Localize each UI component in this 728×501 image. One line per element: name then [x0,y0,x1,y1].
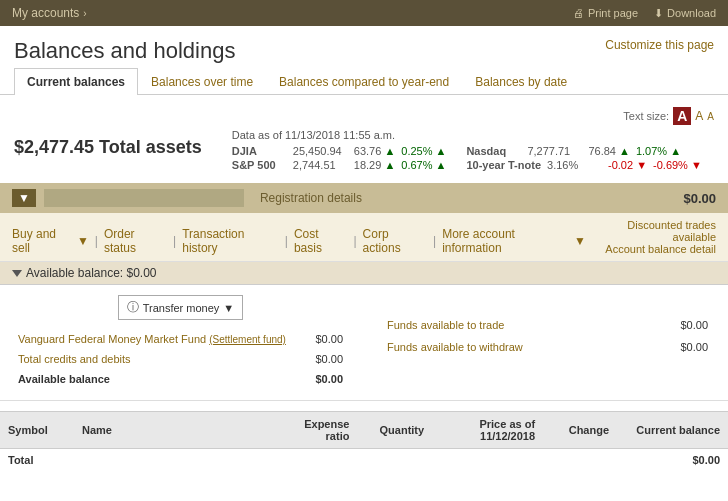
balance-right: Funds available to trade $0.00 Funds ava… [379,295,716,390]
action-bar-right: Discounted trades available Account bala… [586,219,716,255]
total-assets: $2,477.45 Total assets [14,129,202,158]
settlement-link[interactable]: (Settlement fund) [209,334,286,345]
table-row: Funds available to withdraw $0.00 [381,337,714,357]
top-nav-actions: 🖨 Print page ⬇ Download [573,7,716,20]
balance-content: ⓘ Transfer money ▼ Vanguard Federal Mone… [0,285,728,401]
breadcrumb-chevron: › [83,8,86,19]
transfer-dropdown-icon: ▼ [223,302,234,314]
assets-section: $2,477.45 Total assets Data as of 11/13/… [0,129,728,183]
top-nav: My accounts › 🖨 Print page ⬇ Download [0,0,728,26]
sp500-item: S&P 500 2,744.51 18.29 ▲ 0.67% ▲ [232,159,447,171]
tab-current-balances[interactable]: Current balances [14,68,138,95]
transfer-icon: ⓘ [127,299,139,316]
print-icon: 🖨 [573,7,584,19]
order-status-link[interactable]: Order status [104,227,167,255]
djia-change: 63.76 ▲ [354,145,395,157]
tabs-bar: Current balances Balances over time Bala… [0,68,728,95]
account-balance-detail-link[interactable]: Account balance detail [586,243,716,255]
nasdaq-label: Nasdaq [466,145,521,157]
text-size-medium[interactable]: A [695,109,703,123]
page-header: Balances and holdings Customize this pag… [0,26,728,68]
col-change-header: Change [543,412,617,449]
available-balance-label: Available balance [14,370,307,388]
page-title: Balances and holdings [14,38,235,64]
avail-balance-header[interactable]: Available balance: $0.00 [0,262,728,285]
market-data: Data as of 11/13/2018 11:55 a.m. DJIA 25… [232,129,702,173]
action-bar: Buy and sell ▼ | Order status | Transact… [0,213,728,262]
transfer-money-button[interactable]: ⓘ Transfer money ▼ [118,295,244,320]
account-name-bar [44,189,244,207]
market-data-date: Data as of 11/13/2018 11:55 a.m. [232,129,702,141]
holdings-total-value: $0.00 [617,449,728,472]
breadcrumb[interactable]: My accounts › [12,6,87,20]
nasdaq-pct: 1.07% ▲ [636,145,681,157]
tnote-item: 10-year T-note 3.16% -0.02 ▼ -0.69% ▼ [466,159,701,171]
vanguard-value: $0.00 [309,330,347,348]
djia-pct: 0.25% ▲ [401,145,446,157]
col-symbol-header: Symbol [0,412,74,449]
buy-sell-link[interactable]: Buy and sell ▼ [12,227,89,255]
corp-actions-link[interactable]: Corp actions [363,227,427,255]
table-row: Funds available to trade $0.00 [381,315,714,335]
print-button[interactable]: 🖨 Print page [573,7,638,20]
credits-debits-label: Total credits and debits [14,350,307,368]
download-icon: ⬇ [654,7,663,20]
market-row-1: DJIA 25,450.94 63.76 ▲ 0.25% ▲ Nasdaq 7,… [232,145,702,157]
table-row: Total credits and debits $0.00 [14,350,347,368]
nasdaq-change: 76.84 ▲ [588,145,629,157]
more-info-icon: ▼ [574,234,586,248]
nasdaq-item: Nasdaq 7,277.71 76.84 ▲ 1.07% ▲ [466,145,681,157]
sp500-label: S&P 500 [232,159,287,171]
sp500-pct: 0.67% ▲ [401,159,446,171]
djia-value: 25,450.94 [293,145,348,157]
download-button[interactable]: ⬇ Download [654,7,716,20]
tnote-value: 3.16% [547,159,602,171]
account-bar: ▼ Registration details $0.00 [0,183,728,213]
text-size-small[interactable]: A [707,111,714,122]
tnote-change: -0.02 ▼ [608,159,647,171]
text-size-row: Text size: A A A [0,103,728,129]
account-dropdown-icon[interactable]: ▼ [12,189,36,207]
funds-to-trade-label[interactable]: Funds available to trade [381,315,642,335]
funds-to-trade-value: $0.00 [644,315,714,335]
funds-to-withdraw-value: $0.00 [644,337,714,357]
tnote-pct: -0.69% ▼ [653,159,702,171]
collapse-icon [12,270,22,277]
avail-balance-label: Available balance: $0.00 [26,266,157,280]
sp500-change: 18.29 ▲ [354,159,395,171]
col-qty-header: Quantity [357,412,432,449]
cost-basis-link[interactable]: Cost basis [294,227,348,255]
djia-item: DJIA 25,450.94 63.76 ▲ 0.25% ▲ [232,145,447,157]
tab-balances-by-date[interactable]: Balances by date [462,68,580,95]
balance-table: Vanguard Federal Money Market Fund (Sett… [12,328,349,390]
col-balance-header: Current balance [617,412,728,449]
registration-link[interactable]: Registration details [260,191,362,205]
credits-debits-value: $0.00 [309,350,347,368]
tab-balances-year-end[interactable]: Balances compared to year-end [266,68,462,95]
sp500-value: 2,744.51 [293,159,348,171]
djia-label: DJIA [232,145,287,157]
discounted-trades-link[interactable]: Discounted trades available [586,219,716,243]
available-balance-value: $0.00 [309,370,347,388]
text-size-label: Text size: [623,110,669,122]
funds-table: Funds available to trade $0.00 Funds ava… [379,313,716,359]
col-expense-header: Expenseratio [271,412,357,449]
vanguard-fund-label[interactable]: Vanguard Federal Money Market Fund [18,333,206,345]
market-row-2: S&P 500 2,744.51 18.29 ▲ 0.67% ▲ 10-year… [232,159,702,171]
holdings-footer-row: Total $0.00 [0,449,728,472]
customize-link[interactable]: Customize this page [605,38,714,52]
account-balance: $0.00 [683,191,716,206]
funds-to-withdraw-label[interactable]: Funds available to withdraw [381,337,642,357]
text-size-large[interactable]: A [673,107,691,125]
action-bar-left: Buy and sell ▼ | Order status | Transact… [12,227,586,255]
transaction-history-link[interactable]: Transaction history [182,227,279,255]
more-info-link[interactable]: More account information ▼ [442,227,586,255]
my-accounts-link[interactable]: My accounts [12,6,79,20]
tab-balances-over-time[interactable]: Balances over time [138,68,266,95]
tnote-label: 10-year T-note [466,159,541,171]
transfer-money-row: ⓘ Transfer money ▼ [12,295,349,320]
nasdaq-value: 7,277.71 [527,145,582,157]
holdings-section: Symbol Name Expenseratio Quantity Price … [0,411,728,471]
table-row: Vanguard Federal Money Market Fund (Sett… [14,330,347,348]
balance-left: ⓘ Transfer money ▼ Vanguard Federal Mone… [12,295,349,390]
